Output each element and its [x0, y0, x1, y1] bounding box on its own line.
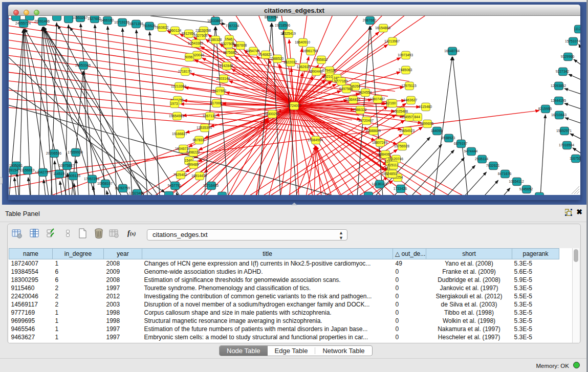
svg-text:17016504: 17016504: [559, 143, 574, 147]
svg-text:164095: 164095: [431, 129, 443, 133]
svg-text:1322037: 1322037: [284, 60, 297, 64]
svg-text:16961758: 16961758: [302, 49, 318, 53]
svg-text:16648784: 16648784: [444, 49, 460, 53]
svg-text:18300295: 18300295: [264, 112, 279, 116]
svg-text:1527602: 1527602: [88, 17, 101, 20]
svg-text:8990448: 8990448: [309, 70, 323, 73]
svg-text:17957253: 17957253: [84, 177, 99, 181]
svg-text:114519: 114519: [53, 172, 64, 176]
svg-text:1733426: 1733426: [394, 187, 407, 190]
svg-text:2718170: 2718170: [178, 70, 192, 73]
svg-text:12505135: 12505135: [65, 174, 80, 178]
svg-text:12325419: 12325419: [280, 32, 296, 35]
svg-text:3675685: 3675685: [223, 51, 237, 54]
svg-text:17359934: 17359934: [68, 150, 83, 154]
svg-text:2935114: 2935114: [475, 157, 488, 161]
svg-text:13535394: 13535394: [197, 126, 212, 129]
svg-text:6794028: 6794028: [322, 69, 336, 72]
svg-text:21364436: 21364436: [345, 98, 360, 101]
svg-text:1588520: 1588520: [270, 57, 284, 60]
svg-text:12323468: 12323468: [129, 191, 144, 195]
svg-text:20206536: 20206536: [46, 151, 61, 155]
svg-text:9474444: 9474444: [464, 149, 478, 153]
svg-text:417006: 417006: [210, 101, 222, 105]
svg-text:24055724: 24055724: [15, 21, 31, 25]
svg-text:2160: 2160: [388, 101, 396, 105]
svg-text:16046736: 16046736: [175, 147, 190, 150]
svg-text:16671355: 16671355: [128, 22, 143, 26]
svg-text:8215955: 8215955: [538, 107, 552, 111]
svg-text:16914479: 16914479: [191, 174, 207, 178]
svg-text:10553267: 10553267: [72, 16, 88, 19]
svg-text:19756928: 19756928: [394, 144, 409, 148]
svg-text:18724007: 18724007: [286, 104, 301, 107]
svg-text:10958107: 10958107: [97, 182, 113, 185]
svg-text:12213363: 12213363: [171, 84, 186, 88]
svg-text:9084067: 9084067: [378, 152, 392, 156]
svg-text:9096: 9096: [185, 55, 192, 59]
svg-text:8186328: 8186328: [208, 38, 222, 41]
svg-text:8938923: 8938923: [442, 136, 455, 140]
svg-text:15751074: 15751074: [565, 39, 580, 43]
svg-text:19384554: 19384554: [308, 138, 323, 142]
svg-text:1362615: 1362615: [297, 65, 311, 69]
svg-text:19654923: 19654923: [399, 129, 415, 133]
svg-text:18640910: 18640910: [295, 40, 310, 44]
svg-text:9245012: 9245012: [532, 194, 546, 195]
svg-text:7485063: 7485063: [399, 68, 412, 72]
svg-text:6497568: 6497568: [339, 87, 353, 91]
svg-text:16782759: 16782759: [115, 186, 130, 190]
svg-text:10975887: 10975887: [59, 164, 74, 167]
svg-text:099489: 099489: [187, 163, 199, 166]
svg-text:12342757: 12342757: [35, 170, 50, 174]
svg-text:9242848: 9242848: [220, 64, 233, 68]
svg-text:12213967: 12213967: [384, 39, 400, 43]
svg-text:10543382: 10543382: [188, 41, 203, 45]
svg-text:19654983: 19654983: [169, 114, 184, 118]
svg-text:7515526: 7515526: [142, 24, 156, 28]
svg-text:8471676: 8471676: [498, 172, 512, 176]
svg-text:1973: 1973: [170, 102, 178, 105]
svg-text:2867608: 2867608: [233, 43, 247, 47]
svg-text:14136141: 14136141: [372, 182, 387, 186]
svg-text:9457791: 9457791: [168, 184, 182, 187]
svg-text:10654112: 10654112: [509, 180, 524, 183]
svg-text:7955812: 7955812: [314, 58, 328, 61]
svg-text:7625402: 7625402: [173, 173, 187, 177]
svg-text:2087682: 2087682: [363, 18, 377, 22]
svg-text:15692971: 15692971: [556, 129, 572, 133]
svg-text:7357224: 7357224: [226, 24, 239, 28]
svg-text:6879197: 6879197: [454, 142, 468, 145]
svg-text:19166827: 19166827: [172, 132, 187, 136]
svg-text:9427552: 9427552: [213, 89, 227, 93]
svg-text:9777169: 9777169: [334, 79, 348, 83]
svg-text:7632621: 7632621: [486, 164, 500, 167]
svg-text:16154808: 16154808: [375, 26, 390, 30]
svg-text:10973493: 10973493: [398, 53, 413, 57]
svg-text:16120746: 16120746: [388, 157, 403, 161]
svg-text:8813054: 8813054: [265, 16, 278, 19]
svg-text:15716485: 15716485: [203, 184, 219, 187]
svg-text:9227342: 9227342: [556, 70, 570, 73]
svg-text:11156819: 11156819: [19, 168, 34, 172]
svg-text:7663822: 7663822: [155, 26, 169, 29]
svg-text:20053346: 20053346: [75, 63, 91, 67]
svg-text:3624554: 3624554: [358, 91, 372, 94]
svg-text:8912954: 8912954: [182, 32, 195, 35]
svg-text:9245652: 9245652: [519, 187, 533, 191]
svg-text:844: 844: [414, 115, 420, 119]
svg-text:116753: 116753: [570, 157, 580, 160]
svg-text:12093852: 12093852: [551, 84, 566, 87]
svg-text:6466160: 6466160: [100, 18, 114, 22]
svg-text:7986322: 7986322: [353, 108, 367, 112]
svg-text:3498222: 3498222: [186, 150, 200, 154]
svg-text:9327508: 9327508: [221, 42, 235, 46]
svg-text:16033809: 16033809: [207, 19, 223, 23]
svg-text:12444195: 12444195: [551, 99, 566, 102]
svg-text:9146821: 9146821: [258, 53, 272, 56]
svg-text:9115460: 9115460: [419, 105, 432, 108]
svg-text:10719155: 10719155: [114, 20, 129, 24]
svg-text:16210643: 16210643: [551, 113, 567, 117]
svg-text:8454749: 8454749: [246, 49, 260, 53]
svg-text:9699695: 9699695: [420, 122, 434, 125]
